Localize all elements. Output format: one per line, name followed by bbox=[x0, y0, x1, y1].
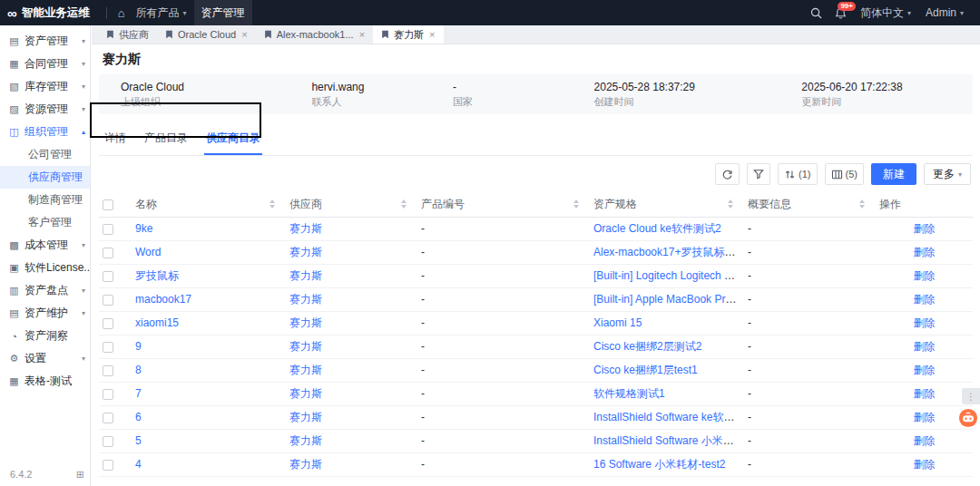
row-checkbox[interactable] bbox=[103, 389, 113, 400]
sidebar-item[interactable]: 客户管理 bbox=[0, 211, 90, 234]
asset-spec-link[interactable]: 软件规格测试1 bbox=[593, 387, 665, 400]
column-header[interactable]: 资产规格 bbox=[590, 192, 744, 217]
item-name-link[interactable]: 9ke bbox=[135, 222, 152, 235]
window-tab[interactable]: Alex-macbook1... × bbox=[256, 25, 373, 44]
delete-link[interactable]: 删除 bbox=[914, 434, 936, 447]
tab-close-icon[interactable]: × bbox=[241, 29, 247, 40]
item-name-link[interactable]: 罗技鼠标 bbox=[135, 269, 179, 282]
sidebar-item[interactable]: 公司管理 bbox=[0, 143, 90, 166]
supplier-link[interactable]: 赛力斯 bbox=[289, 293, 322, 306]
row-checkbox[interactable] bbox=[103, 460, 113, 471]
supplier-link[interactable]: 赛力斯 bbox=[289, 387, 322, 400]
sidebar-item[interactable]: ◔ 资产洞察 bbox=[0, 325, 90, 347]
side-tool-widget[interactable]: ⋮ bbox=[962, 388, 980, 404]
tab-close-icon[interactable]: × bbox=[429, 29, 435, 40]
asset-spec-link[interactable]: Cisco ke捆绑1层test1 bbox=[593, 364, 698, 376]
more-button[interactable]: 更多 ▾ bbox=[924, 163, 971, 185]
asset-spec-link[interactable]: [Built-in] Logitech Logitech Desktop Key… bbox=[593, 269, 744, 282]
sidebar-item[interactable]: ▦ 合同管理 ▾ bbox=[0, 53, 90, 75]
row-checkbox[interactable] bbox=[103, 271, 113, 282]
supplier-link[interactable]: 赛力斯 bbox=[289, 434, 322, 447]
sidebar-item[interactable]: 制造商管理 bbox=[0, 189, 90, 211]
sidebar-item[interactable]: ▦ 表格-测试 bbox=[0, 370, 90, 393]
window-tab[interactable]: 赛力斯 × bbox=[373, 25, 443, 44]
language-selector[interactable]: 简体中文 ▾ bbox=[853, 0, 918, 25]
supplier-link[interactable]: 赛力斯 bbox=[289, 364, 322, 376]
supplier-link[interactable]: 赛力斯 bbox=[289, 458, 322, 471]
app-logo[interactable]: ∞ 智能业务运维 bbox=[7, 5, 90, 21]
sidebar-collapse-icon[interactable]: ⊞ bbox=[76, 469, 84, 481]
supplier-link[interactable]: 赛力斯 bbox=[289, 246, 322, 258]
delete-link[interactable]: 删除 bbox=[914, 340, 936, 353]
ai-assistant-button[interactable] bbox=[958, 408, 978, 431]
sidebar-item[interactable]: ▤ 资产管理 ▾ bbox=[0, 30, 90, 53]
sidebar-item[interactable]: ◫ 组织管理 ▴ bbox=[0, 121, 90, 143]
delete-link[interactable]: 删除 bbox=[914, 458, 936, 471]
detail-tab[interactable]: 详情 bbox=[103, 128, 128, 155]
row-checkbox[interactable] bbox=[103, 248, 113, 258]
sort-button[interactable]: (1) bbox=[778, 163, 817, 185]
delete-link[interactable]: 删除 bbox=[914, 316, 936, 329]
delete-link[interactable]: 删除 bbox=[914, 269, 936, 282]
sidebar-item[interactable]: ▧ 库存管理 ▾ bbox=[0, 75, 90, 98]
nav-all-products[interactable]: 所有产品 ▾ bbox=[129, 0, 194, 25]
column-header[interactable]: 供应商 bbox=[286, 192, 417, 217]
window-tab[interactable]: 供应商 × bbox=[98, 25, 157, 44]
tab-close-icon[interactable]: × bbox=[359, 29, 365, 40]
row-checkbox[interactable] bbox=[103, 318, 113, 329]
row-checkbox[interactable] bbox=[103, 436, 113, 447]
delete-link[interactable]: 删除 bbox=[914, 222, 936, 235]
row-checkbox[interactable] bbox=[103, 413, 113, 423]
supplier-link[interactable]: 赛力斯 bbox=[289, 316, 322, 329]
row-checkbox[interactable] bbox=[103, 295, 113, 306]
asset-spec-link[interactable]: Cisco ke捆绑2层测试2 bbox=[593, 340, 701, 353]
item-name-link[interactable]: Word bbox=[135, 246, 161, 258]
asset-spec-link[interactable]: Alex-macbook17+罗技鼠标+word Word bbox=[593, 246, 744, 258]
item-name-link[interactable]: 9 bbox=[135, 340, 142, 353]
supplier-link[interactable]: 赛力斯 bbox=[289, 269, 322, 282]
row-checkbox[interactable] bbox=[103, 342, 113, 353]
sort-icon[interactable] bbox=[859, 199, 865, 209]
delete-link[interactable]: 删除 bbox=[914, 246, 936, 258]
supplier-link[interactable]: 赛力斯 bbox=[289, 222, 322, 235]
supplier-link[interactable]: 赛力斯 bbox=[289, 340, 322, 353]
select-all-checkbox[interactable] bbox=[103, 199, 113, 210]
row-checkbox[interactable] bbox=[103, 224, 113, 235]
item-name-link[interactable]: 4 bbox=[135, 458, 142, 471]
asset-spec-link[interactable]: InstallShield Software ke软件规格测试1 bbox=[593, 411, 744, 423]
asset-spec-link[interactable]: Oracle Cloud ke软件测试2 bbox=[593, 222, 721, 235]
notification-bell-icon[interactable]: 99+ bbox=[828, 0, 853, 25]
item-name-link[interactable]: xiaomi15 bbox=[135, 316, 179, 329]
search-icon[interactable] bbox=[804, 0, 828, 25]
sidebar-item[interactable]: ▣ 软件License.. ▾ bbox=[0, 257, 90, 279]
column-header[interactable]: 操作 bbox=[876, 192, 973, 217]
nav-asset-mgmt[interactable]: 资产管理 bbox=[194, 0, 252, 25]
asset-spec-link[interactable]: [Built-in] Apple MacBook Pro 17" bbox=[593, 293, 744, 306]
user-menu[interactable]: Admin ▾ bbox=[918, 0, 971, 25]
sidebar-item[interactable]: ▨ 资源管理 ▾ bbox=[0, 98, 90, 121]
sidebar-item[interactable]: ▥ 资产盘点 ▾ bbox=[0, 279, 90, 302]
sort-icon[interactable] bbox=[401, 199, 407, 209]
sidebar-item[interactable]: ⚙ 设置 ▾ bbox=[0, 347, 90, 370]
asset-spec-link[interactable]: Xiaomi 15 bbox=[593, 316, 642, 329]
item-name-link[interactable]: 8 bbox=[135, 364, 142, 376]
columns-button[interactable]: (5) bbox=[825, 163, 864, 185]
detail-tab[interactable]: 产品目录 bbox=[142, 128, 190, 155]
item-name-link[interactable]: 7 bbox=[135, 387, 142, 400]
supplier-link[interactable]: 赛力斯 bbox=[289, 411, 322, 423]
delete-link[interactable]: 删除 bbox=[914, 364, 936, 376]
delete-link[interactable]: 删除 bbox=[914, 387, 936, 400]
refresh-button[interactable] bbox=[715, 163, 740, 185]
home-icon[interactable]: ⌂ bbox=[114, 6, 129, 20]
column-header[interactable]: 名称 bbox=[132, 192, 286, 217]
sort-icon[interactable] bbox=[573, 199, 579, 209]
item-name-link[interactable]: macbook17 bbox=[135, 293, 191, 306]
row-checkbox[interactable] bbox=[103, 365, 113, 376]
sort-icon[interactable] bbox=[270, 199, 275, 209]
window-tab[interactable]: Oracle Cloud × bbox=[157, 25, 256, 44]
column-header[interactable]: 概要信息 bbox=[744, 192, 876, 217]
sort-icon[interactable] bbox=[728, 199, 733, 209]
sidebar-item[interactable]: 供应商管理 bbox=[0, 166, 90, 189]
sidebar-item[interactable]: ▤ 资产维护 ▾ bbox=[0, 302, 90, 325]
item-name-link[interactable]: 6 bbox=[135, 411, 142, 423]
